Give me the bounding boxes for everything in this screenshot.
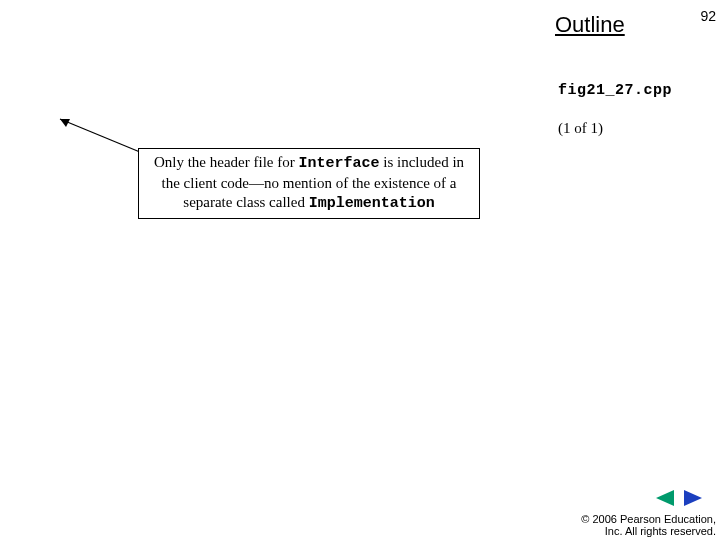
prev-button[interactable] — [652, 488, 676, 508]
file-name-label: fig21_27.cpp — [558, 82, 672, 99]
triangle-right-icon — [682, 488, 706, 508]
triangle-left-icon — [652, 488, 676, 508]
callout-line-3: separate class called Implementation — [145, 193, 473, 214]
callout-text: Only the header file for — [154, 154, 299, 170]
callout-line-1: Only the header file for Interface is in… — [145, 153, 473, 174]
copyright: © 2006 Pearson Education, Inc. All right… — [581, 513, 716, 538]
page-of-label: (1 of 1) — [558, 120, 603, 137]
next-button[interactable] — [682, 488, 706, 508]
svg-marker-3 — [684, 490, 702, 506]
callout-text: is included in — [379, 154, 464, 170]
code-interface: Interface — [298, 155, 379, 172]
outline-title: Outline — [555, 12, 625, 38]
nav-controls — [652, 488, 706, 508]
copyright-line-1: © 2006 Pearson Education, — [581, 513, 716, 526]
svg-marker-2 — [656, 490, 674, 506]
callout-text: separate class called — [183, 194, 308, 210]
callout-line-2: the client code—no mention of the existe… — [145, 174, 473, 193]
copyright-line-2: Inc. All rights reserved. — [581, 525, 716, 538]
callout-box: Only the header file for Interface is in… — [138, 148, 480, 219]
page-number: 92 — [700, 8, 716, 24]
code-implementation: Implementation — [309, 195, 435, 212]
